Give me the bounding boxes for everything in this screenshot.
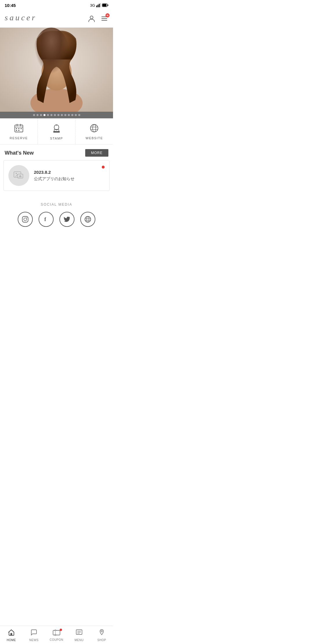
svg-rect-23 xyxy=(18,130,19,131)
reserve-label: RESERVE xyxy=(10,136,28,140)
svg-rect-6 xyxy=(108,5,108,6)
svg-rect-19 xyxy=(16,128,17,129)
stamp-icon xyxy=(52,124,61,135)
dot-5 xyxy=(47,114,49,116)
website-button[interactable]: WEBSITE xyxy=(76,118,113,144)
profile-button[interactable] xyxy=(88,15,96,23)
slideshow-dots xyxy=(0,112,113,118)
instagram-button[interactable] xyxy=(18,212,33,227)
dot-14 xyxy=(78,114,80,116)
signal-icon xyxy=(96,3,101,7)
dot-9 xyxy=(61,114,63,116)
website-label: WEBSITE xyxy=(85,136,103,140)
app-logo: saucer xyxy=(5,12,63,25)
svg-point-40 xyxy=(85,216,91,222)
news-date: 2023.8.2 xyxy=(34,170,97,175)
whats-new-header: What's New MORE xyxy=(0,144,113,160)
menu-button[interactable]: N xyxy=(100,15,108,23)
dot-1 xyxy=(33,114,35,116)
dot-10 xyxy=(64,114,66,116)
website-social-button[interactable] xyxy=(80,212,95,227)
svg-text:f: f xyxy=(44,216,46,222)
svg-point-37 xyxy=(24,218,27,221)
news-card[interactable]: 2023.8.2 公式アプリのお知らせ xyxy=(3,160,110,191)
reserve-icon xyxy=(14,124,23,135)
website-icon xyxy=(90,124,99,135)
svg-point-41 xyxy=(87,216,89,222)
svg-rect-3 xyxy=(100,3,101,7)
svg-rect-20 xyxy=(18,128,19,129)
status-time: 10:45 xyxy=(5,3,16,8)
app-header: saucer N xyxy=(0,10,113,28)
action-buttons-row: RESERVE STAMP WEBSITE xyxy=(0,118,113,144)
hero-image xyxy=(0,28,113,112)
twitter-button[interactable] xyxy=(59,212,74,227)
svg-rect-36 xyxy=(22,216,28,222)
stamp-label: STAMP xyxy=(50,137,63,140)
svg-rect-21 xyxy=(21,128,22,129)
whats-new-title: What's New xyxy=(5,150,34,156)
svg-point-33 xyxy=(16,173,17,174)
hero-person xyxy=(0,28,113,112)
battery-icon xyxy=(102,3,108,7)
news-text: 公式アプリのお知らせ xyxy=(34,176,97,182)
news-unread-dot xyxy=(102,166,105,169)
svg-rect-0 xyxy=(96,6,97,7)
dot-4 xyxy=(43,114,46,116)
svg-point-8 xyxy=(90,16,93,19)
bottom-spacer xyxy=(0,236,113,259)
social-media-section: SOCIAL MEDIA f xyxy=(0,197,113,236)
svg-rect-5 xyxy=(103,4,107,7)
hero-svg xyxy=(0,28,113,112)
logo-svg: saucer xyxy=(5,12,63,23)
notification-badge: N xyxy=(105,13,110,17)
news-content: 2023.8.2 公式アプリのお知らせ xyxy=(34,170,97,182)
dot-11 xyxy=(68,114,70,116)
status-bar: 10:45 3G xyxy=(0,0,113,10)
dot-3 xyxy=(40,114,42,116)
dot-13 xyxy=(75,114,77,116)
dot-2 xyxy=(37,114,39,116)
signal-text: 3G xyxy=(90,3,95,8)
svg-point-38 xyxy=(26,217,27,218)
news-thumbnail xyxy=(8,165,29,186)
social-media-label: SOCIAL MEDIA xyxy=(5,202,108,207)
reserve-button[interactable]: RESERVE xyxy=(0,118,38,144)
svg-point-29 xyxy=(93,124,96,132)
stamp-button[interactable]: STAMP xyxy=(38,118,75,144)
svg-rect-1 xyxy=(98,5,99,7)
status-icons: 3G xyxy=(90,3,108,8)
dot-12 xyxy=(71,114,73,116)
svg-point-28 xyxy=(90,124,98,132)
social-icons-row: f xyxy=(5,212,108,227)
header-actions: N xyxy=(88,15,108,23)
facebook-button[interactable]: f xyxy=(39,212,54,227)
svg-rect-2 xyxy=(99,4,100,7)
dot-6 xyxy=(50,114,52,116)
dot-7 xyxy=(54,114,56,116)
svg-rect-22 xyxy=(16,130,17,131)
dot-8 xyxy=(57,114,59,116)
svg-text:saucer: saucer xyxy=(5,13,37,22)
more-button[interactable]: MORE xyxy=(85,149,108,157)
svg-rect-25 xyxy=(54,129,59,131)
